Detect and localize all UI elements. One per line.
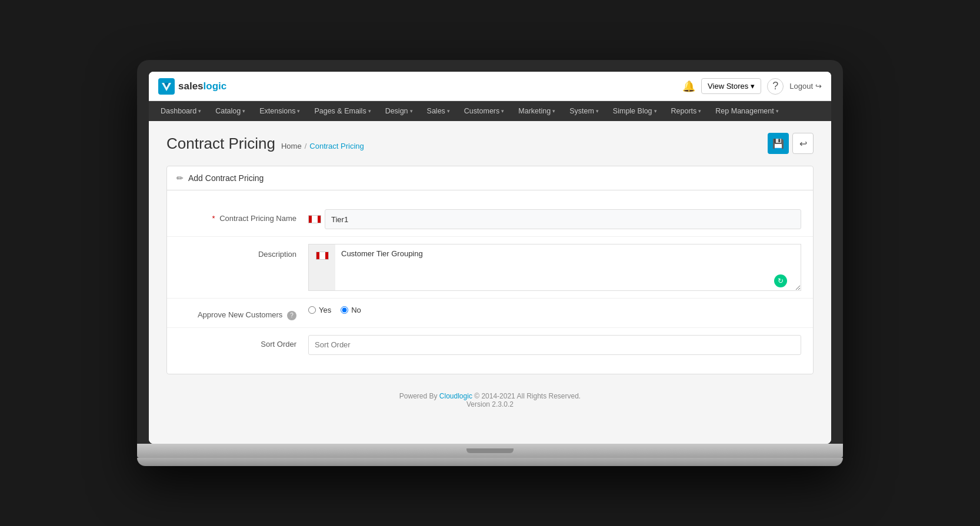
- nav-item-dashboard[interactable]: Dashboard ▾: [154, 101, 208, 121]
- page-title-area: Contract Pricing Home / Contract Pricing: [166, 135, 364, 153]
- breadcrumb-current[interactable]: Contract Pricing: [309, 142, 364, 150]
- help-tooltip-icon[interactable]: ?: [287, 311, 296, 320]
- logo-text: saleslogic: [178, 81, 226, 92]
- form-card: ✏ Add Contract Pricing * Contract Pricin…: [166, 166, 814, 374]
- description-textarea[interactable]: Customer Tier Grouping: [335, 244, 801, 291]
- laptop-notch: [466, 448, 514, 453]
- nav-item-sales[interactable]: Sales ▾: [420, 101, 457, 121]
- nav-item-simple-blog[interactable]: Simple Blog ▾: [606, 101, 664, 121]
- chevron-down-icon: ▾: [242, 108, 245, 114]
- form-body: * Contract Pricing Name Description: [167, 190, 813, 374]
- chevron-down-icon: ▾: [447, 108, 450, 114]
- chevron-down-icon: ▾: [368, 108, 371, 114]
- field-approve-new-customers: Approve New Customers ? Yes: [167, 299, 813, 328]
- chevron-down-icon: ▾: [776, 108, 779, 114]
- logo-icon: [158, 78, 175, 95]
- radio-yes-label[interactable]: Yes: [308, 306, 331, 314]
- breadcrumb-separator: /: [305, 142, 307, 150]
- chevron-down-icon: ▾: [198, 108, 201, 114]
- field-description: Description Customer Tier Grouping ↻: [167, 237, 813, 299]
- chevron-down-icon: ▾: [501, 108, 504, 114]
- label-contract-pricing-name: * Contract Pricing Name: [179, 209, 308, 223]
- radio-no[interactable]: [341, 306, 348, 314]
- nav-item-reports[interactable]: Reports ▾: [664, 101, 709, 121]
- nav-item-marketing[interactable]: Marketing ▾: [511, 101, 562, 121]
- field-contract-pricing-name: * Contract Pricing Name: [167, 202, 813, 237]
- language-flag-icon: [316, 252, 329, 260]
- nav-item-pages-emails[interactable]: Pages & Emails ▾: [307, 101, 378, 121]
- chevron-down-icon: ▾: [751, 82, 755, 91]
- control-description: Customer Tier Grouping ↻: [308, 244, 801, 291]
- control-contract-pricing-name: [308, 209, 801, 229]
- logout-icon: ↪: [815, 82, 822, 91]
- control-approve-new-customers: Yes No: [308, 306, 801, 314]
- contract-pricing-name-input[interactable]: [325, 209, 801, 229]
- back-button[interactable]: ↩: [792, 133, 814, 154]
- view-stores-button[interactable]: View Stores ▾: [701, 78, 761, 94]
- nav-item-customers[interactable]: Customers ▾: [457, 101, 511, 121]
- save-icon: 💾: [772, 138, 784, 149]
- footer-version: Version 2.3.0.2: [166, 400, 814, 408]
- page-footer: Powered By Cloudlogic © 2014-2021 All Ri…: [166, 374, 814, 420]
- page-header: Contract Pricing Home / Contract Pricing…: [166, 133, 814, 154]
- nav-item-design[interactable]: Design ▾: [378, 101, 420, 121]
- nav-item-catalog[interactable]: Catalog ▾: [208, 101, 252, 121]
- label-sort-order: Sort Order: [179, 335, 308, 349]
- nav-item-system[interactable]: System ▾: [562, 101, 606, 121]
- header-actions: 💾 ↩: [768, 133, 814, 154]
- footer-company-link[interactable]: Cloudlogic: [439, 392, 472, 400]
- radio-no-label[interactable]: No: [341, 306, 361, 314]
- breadcrumb: Home / Contract Pricing: [281, 142, 364, 150]
- control-sort-order: [308, 335, 801, 355]
- description-sidebar: [308, 244, 335, 291]
- footer-line1: Powered By Cloudlogic © 2014-2021 All Ri…: [166, 392, 814, 400]
- chevron-down-icon: ▾: [698, 108, 701, 114]
- notification-bell[interactable]: 🔔: [682, 80, 695, 93]
- top-bar: saleslogic 🔔 View Stores ▾ ? Logout ↪: [149, 72, 831, 101]
- nav-item-rep-management[interactable]: Rep Management ▾: [708, 101, 785, 121]
- chevron-down-icon: ▾: [410, 108, 413, 114]
- nav-item-extensions[interactable]: Extensions ▾: [252, 101, 307, 121]
- logout-button[interactable]: Logout ↪: [789, 82, 822, 91]
- label-description: Description: [179, 244, 308, 259]
- sort-order-input[interactable]: [308, 335, 801, 355]
- save-button[interactable]: 💾: [768, 133, 789, 154]
- page-title: Contract Pricing: [166, 135, 275, 153]
- form-card-header: ✏ Add Contract Pricing: [167, 166, 813, 190]
- main-nav: Dashboard ▾ Catalog ▾ Extensions ▾ Pages…: [149, 101, 831, 121]
- radio-group-approve: Yes No: [308, 306, 361, 314]
- chevron-down-icon: ▾: [596, 108, 599, 114]
- chevron-down-icon: ▾: [552, 108, 555, 114]
- label-approve-new-customers: Approve New Customers ?: [179, 306, 308, 320]
- field-sort-order: Sort Order: [167, 328, 813, 362]
- laptop-base: [137, 458, 843, 466]
- logo: saleslogic: [158, 78, 226, 95]
- back-icon: ↩: [799, 138, 807, 149]
- page-content: Contract Pricing Home / Contract Pricing…: [149, 121, 831, 444]
- chevron-down-icon: ▾: [297, 108, 300, 114]
- pencil-icon: ✏: [176, 173, 184, 183]
- help-button[interactable]: ?: [767, 78, 784, 95]
- radio-yes[interactable]: [308, 306, 316, 314]
- language-flag-icon: [308, 215, 321, 223]
- required-star: *: [212, 214, 215, 223]
- top-bar-right: 🔔 View Stores ▾ ? Logout ↪: [682, 78, 822, 95]
- chevron-down-icon: ▾: [654, 108, 657, 114]
